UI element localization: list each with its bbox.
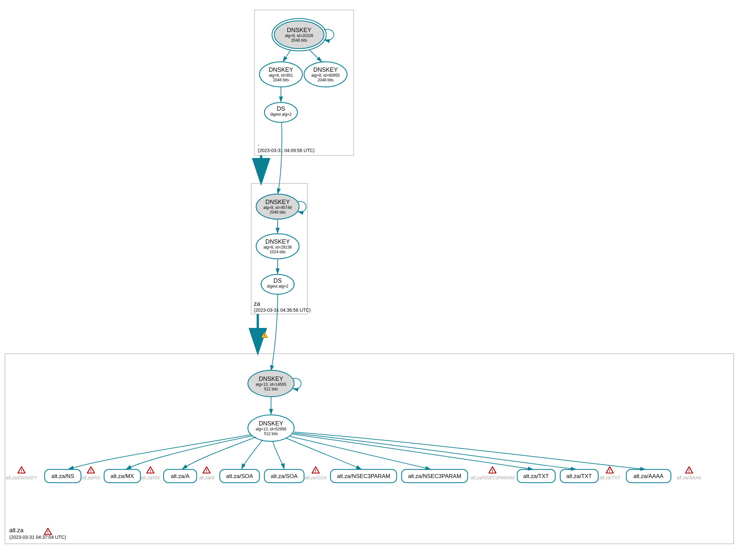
warning-deleg-icon[interactable]: ! (262, 332, 267, 338)
svg-rect-30 (5, 354, 734, 544)
svg-text:alt.za/TXT: alt.za/TXT (523, 473, 549, 479)
zone-alt-warning-icon[interactable]: ! (44, 528, 51, 535)
zone-alt-label: alt.za (9, 527, 24, 534)
svg-text:2048 bits: 2048 bits (318, 78, 334, 82)
grey-ns: alt.za/NS (82, 475, 101, 480)
svg-text:alt.za/SOA: alt.za/SOA (226, 473, 253, 479)
svg-text:!: ! (689, 468, 690, 473)
node-root-ksk[interactable]: DNSKEY alg=8, id=20326 2048 bits (272, 18, 326, 51)
zone-za-ts: (2023-03-31 04:36:56 UTC) (254, 307, 311, 313)
svg-text:DNSKEY: DNSKEY (259, 376, 283, 382)
svg-text:DNSKEY: DNSKEY (259, 420, 283, 427)
node-za-ds[interactable]: DS digest alg=2 (261, 274, 294, 294)
svg-text:alg=8, id=29236: alg=8, id=29236 (263, 245, 292, 250)
warn-txt-icon[interactable]: ! (606, 467, 613, 473)
svg-text:alg=8, id=20326: alg=8, id=20326 (285, 33, 313, 38)
grey-n3p: alt.za/NSEC3PARAM (471, 475, 514, 480)
svg-text:1024 bits: 1024 bits (270, 250, 286, 254)
node-za-ksk[interactable]: DNSKEY alg=8, id=45749 2048 bits (256, 194, 299, 219)
warn-a-icon[interactable]: ! (203, 467, 210, 473)
rrset-mx[interactable]: alt.za/MX (104, 469, 140, 482)
svg-text:DNSKEY: DNSKEY (265, 238, 290, 245)
svg-text:alt.za/NSEC3PARAM: alt.za/NSEC3PARAM (337, 473, 390, 479)
svg-text:alg=13, id=14555: alg=13, id=14555 (256, 382, 287, 387)
svg-text:!: ! (609, 468, 610, 473)
rrset-n3p1[interactable]: alt.za/NSEC3PARAM (330, 469, 397, 482)
rrset-txt2[interactable]: alt.za/TXT (560, 469, 598, 482)
svg-text:alg=8, id=60955: alg=8, id=60955 (311, 73, 340, 78)
rrset-ns[interactable]: alt.za/NS (45, 469, 81, 482)
warn-mx-icon[interactable]: ! (147, 467, 154, 473)
grey-dnskey: alt.za/DNSKEY (6, 475, 38, 480)
svg-text:digest alg=2: digest alg=2 (267, 284, 288, 289)
svg-text:!: ! (90, 468, 92, 473)
warn-n3p-icon[interactable]: ! (489, 467, 496, 473)
svg-text:!: ! (206, 468, 207, 473)
zone-alt: alt.za (2023-03-31 04:37:04 UTC) ! DNSKE… (5, 354, 734, 544)
zone-root-label: . (258, 140, 260, 147)
svg-text:alt.za/NS: alt.za/NS (51, 473, 75, 479)
node-root-ds[interactable]: DS digest alg=2 (264, 103, 297, 122)
zone-za-label: za (254, 300, 261, 307)
svg-text:!: ! (492, 468, 493, 473)
grey-soa: alt.za/SOA (305, 475, 327, 480)
rrset-soa1[interactable]: alt.za/SOA (220, 469, 260, 482)
rrset-n3p2[interactable]: alt.za/NSEC3PARAM (402, 469, 468, 482)
rrset-txt1[interactable]: alt.za/TXT (517, 469, 555, 482)
svg-text:512 bits: 512 bits (264, 431, 278, 436)
svg-text:DNSKEY: DNSKEY (265, 199, 290, 205)
grey-a: alt.za/A (199, 475, 214, 480)
warn-ns-icon[interactable]: ! (87, 467, 95, 473)
warn-soa-icon[interactable]: ! (312, 467, 319, 473)
svg-text:alg=8, id=45749: alg=8, id=45749 (263, 205, 292, 210)
svg-text:!: ! (21, 468, 22, 473)
svg-text:DNSKEY: DNSKEY (269, 66, 293, 73)
svg-text:!: ! (315, 468, 316, 473)
grey-txt: alt.za/TXT (599, 475, 621, 480)
rrset-soa2[interactable]: alt.za/SOA (264, 469, 304, 482)
node-za-zsk[interactable]: DNSKEY alg=8, id=29236 1024 bits (256, 234, 299, 259)
svg-text:!: ! (150, 468, 151, 473)
svg-text:DS: DS (277, 106, 285, 112)
svg-text:DS: DS (273, 277, 282, 284)
svg-text:!: ! (264, 333, 265, 338)
svg-text:2048 bits: 2048 bits (291, 38, 307, 43)
zone-root-ts: (2023-03-31 04:09:56 UTC) (258, 148, 315, 153)
rrset-a[interactable]: alt.za/A (164, 469, 197, 482)
svg-text:alt.za/A: alt.za/A (171, 473, 190, 479)
zone-za: za (2023-03-31 04:36:56 UTC) DNSKEY alg=… (251, 183, 311, 314)
svg-text:alt.za/NSEC3PARAM: alt.za/NSEC3PARAM (408, 473, 461, 479)
svg-text:512 bits: 512 bits (264, 387, 278, 391)
svg-text:!: ! (47, 530, 48, 535)
zone-root: . (2023-03-31 04:09:56 UTC) DNSKEY alg=8… (255, 10, 354, 155)
node-root-zsk2[interactable]: DNSKEY alg=8, id=60955 2048 bits (304, 62, 347, 87)
dnssec-graph: . (2023-03-31 04:09:56 UTC) DNSKEY alg=8… (0, 0, 739, 560)
svg-text:DNSKEY: DNSKEY (313, 66, 338, 73)
svg-text:alt.za/SOA: alt.za/SOA (271, 473, 298, 479)
edge-rootksk-zsk2 (309, 49, 322, 62)
svg-text:alg=13, id=52956: alg=13, id=52956 (256, 427, 287, 431)
svg-text:alt.za/MX: alt.za/MX (111, 473, 134, 479)
warn-dnskey-icon[interactable]: ! (18, 467, 25, 473)
svg-text:2048 bits: 2048 bits (270, 210, 286, 215)
zone-alt-ts: (2023-03-31 04:37:04 UTC) (9, 535, 66, 540)
node-alt-ksk[interactable]: DNSKEY alg=13, id=14555 512 bits (248, 370, 294, 397)
svg-text:digest alg=2: digest alg=2 (270, 112, 292, 117)
svg-text:alg=8, id=951: alg=8, id=951 (269, 73, 293, 78)
rrset-aaaa[interactable]: alt.za/AAAA (626, 469, 671, 482)
warn-aaaa-icon[interactable]: ! (686, 467, 693, 473)
grey-aaaa: alt.za/AAAA (677, 475, 702, 480)
svg-text:DNSKEY: DNSKEY (287, 27, 311, 33)
svg-text:alt.za/TXT: alt.za/TXT (566, 473, 592, 479)
edge-rootksk-zsk1 (283, 49, 291, 62)
node-root-zsk1[interactable]: DNSKEY alg=8, id=951 2048 bits (260, 62, 302, 87)
edge-zads-altksk (271, 294, 278, 371)
svg-text:2048 bits: 2048 bits (273, 78, 289, 82)
svg-text:alt.za/AAAA: alt.za/AAAA (633, 473, 663, 479)
grey-mx: alt.za/MX (141, 475, 160, 480)
